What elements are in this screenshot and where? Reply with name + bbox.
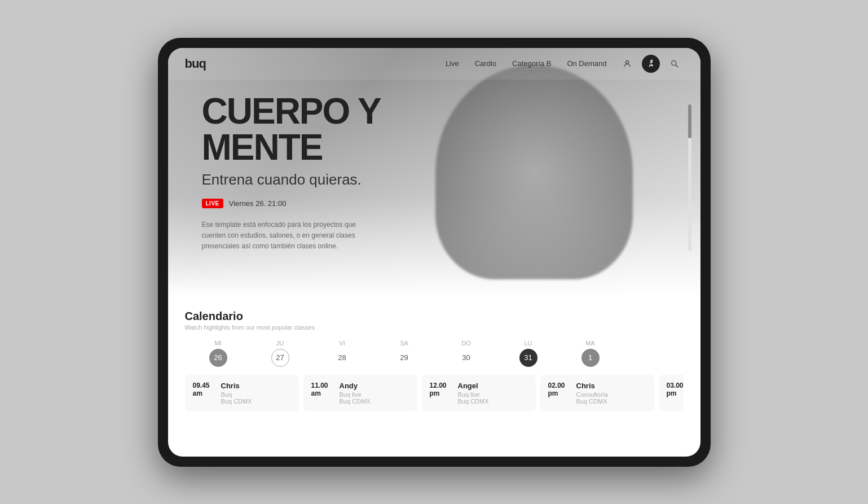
svg-point-2: [671, 60, 676, 65]
schedule-card-3[interactable]: 02.00pm Chris Consultoría Buq CDMX: [540, 375, 654, 411]
schedule-name-0: Chris: [221, 382, 252, 390]
schedule-info-1: Andy Buq live Buq CDMX: [340, 382, 371, 405]
day-name-ma: MA: [559, 340, 622, 347]
day-col-sa: SA 29: [373, 340, 435, 369]
schedule-loc-3: Buq CDMX: [576, 398, 608, 405]
live-date: Viernes 26. 21:00: [229, 199, 287, 208]
schedule-time-0: 09.45am: [193, 382, 215, 398]
day-number-31[interactable]: 31: [519, 349, 537, 367]
hero-content: CUERPO Y MENTE Entrena cuando quieras. L…: [202, 93, 495, 252]
schedule-card-4[interactable]: 03.00pm Fernando Consultoría Buq CDMX: [659, 375, 684, 411]
nav-link-categoria[interactable]: Categoría B: [512, 59, 551, 68]
schedule-cat-3: Consultoría: [576, 391, 608, 398]
schedule-row: 09.45am Chris Buq Buq CDMX 11.00am Andy …: [185, 375, 684, 411]
nav-links: Live Cardio Categoría B On Demand: [446, 59, 607, 68]
schedule-info-0: Chris Buq Buq CDMX: [221, 382, 252, 405]
schedule-cat-0: Buq: [221, 391, 252, 398]
days-header: MI 26 JU 27 VI 28 SA 29 DO 30: [185, 340, 684, 369]
day-col-lu: LU 31: [497, 340, 559, 369]
calendar-subtitle: Watch highlights from our most popular c…: [185, 324, 684, 331]
tablet-frame: buq Live Cardio Categoría B On Demand: [158, 38, 711, 467]
nav-link-cardio[interactable]: Cardio: [475, 59, 496, 68]
live-badge-row: LIVE Viernes 26. 21:00: [202, 199, 495, 208]
hero-section: buq Live Cardio Categoría B On Demand: [168, 48, 700, 296]
hero-title: CUERPO Y MENTE: [202, 93, 495, 165]
schedule-loc-1: Buq CDMX: [340, 398, 371, 405]
scrollbar-thumb[interactable]: [688, 104, 691, 138]
schedule-time-2: 12.00pm: [430, 382, 452, 398]
svg-line-3: [676, 65, 678, 67]
live-badge: LIVE: [202, 199, 223, 208]
schedule-card-0[interactable]: 09.45am Chris Buq Buq CDMX: [185, 375, 299, 411]
nav-icons: [618, 55, 684, 73]
hero-description: Ese template está enfocado para los proy…: [202, 220, 371, 252]
schedule-name-3: Chris: [576, 382, 608, 390]
schedule-time-4: 03.00pm: [667, 382, 684, 398]
day-col-vi: VI 28: [311, 340, 373, 369]
search-icon-button[interactable]: [666, 55, 684, 73]
hero-subtitle: Entrena cuando quieras.: [202, 171, 495, 189]
schedule-cat-2: Buq live: [458, 391, 489, 398]
day-col-ju: JU 27: [249, 340, 311, 369]
nav-link-live[interactable]: Live: [446, 59, 459, 68]
day-col-ma: MA 1: [559, 340, 622, 369]
day-col-mi: MI 26: [187, 340, 249, 369]
calendar-section: Calendario Watch highlights from our mos…: [168, 296, 700, 423]
day-number-30[interactable]: 30: [457, 349, 475, 367]
calendar-title: Calendario: [185, 310, 684, 323]
runner-icon-button[interactable]: [642, 55, 660, 73]
schedule-loc-0: Buq CDMX: [221, 398, 252, 405]
schedule-card-2[interactable]: 12.00pm Angel Buq live Buq CDMX: [422, 375, 536, 411]
schedule-info-3: Chris Consultoría Buq CDMX: [576, 382, 608, 405]
day-name-do: DO: [435, 340, 497, 347]
schedule-cat-1: Buq live: [340, 391, 371, 398]
schedule-info-2: Angel Buq live Buq CDMX: [458, 382, 489, 405]
day-number-26[interactable]: 26: [209, 349, 227, 367]
svg-point-1: [651, 60, 653, 62]
day-number-29[interactable]: 29: [395, 349, 413, 367]
day-name-vi: VI: [311, 340, 373, 347]
nav-link-ondemand[interactable]: On Demand: [567, 59, 606, 68]
scrollbar-track: [688, 104, 691, 251]
schedule-loc-2: Buq CDMX: [458, 398, 489, 405]
schedule-time-3: 02.00pm: [548, 382, 571, 398]
day-name-ju: JU: [249, 340, 311, 347]
schedule-card-1[interactable]: 11.00am Andy Buq live Buq CDMX: [303, 375, 417, 411]
schedule-name-1: Andy: [340, 382, 371, 390]
day-col-do: DO 30: [435, 340, 497, 369]
navbar: buq Live Cardio Categoría B On Demand: [168, 48, 700, 80]
day-name-sa: SA: [373, 340, 435, 347]
brand-logo: buq: [185, 56, 206, 71]
day-number-27[interactable]: 27: [271, 349, 289, 367]
tablet-screen: buq Live Cardio Categoría B On Demand: [168, 48, 700, 457]
svg-point-0: [625, 60, 628, 63]
schedule-time-1: 11.00am: [311, 382, 334, 398]
schedule-name-2: Angel: [458, 382, 489, 390]
day-number-1[interactable]: 1: [581, 349, 600, 367]
day-number-28[interactable]: 28: [333, 349, 351, 367]
user-icon-button[interactable]: [618, 55, 636, 73]
day-name-lu: LU: [497, 340, 559, 347]
day-name-mi: MI: [187, 340, 249, 347]
